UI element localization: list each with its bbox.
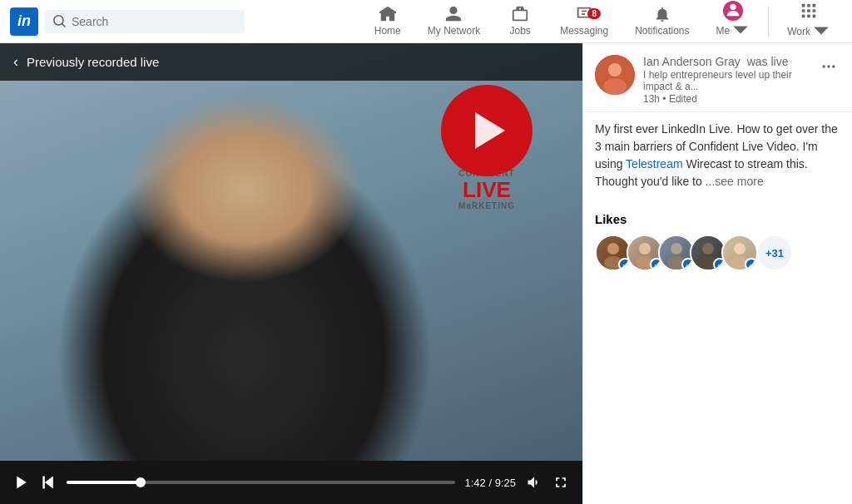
progress-thumb [136, 477, 146, 487]
video-content[interactable]: CONFIDENT LIVE MaRKETING [0, 43, 582, 461]
post-author: Ian Anderson Gray was live [643, 55, 817, 68]
likes-avatars: +31 [595, 235, 840, 271]
top-navigation: in Home My Network Jobs 8 Messagin [0, 0, 852, 43]
search-bar[interactable] [45, 10, 245, 33]
video-title: Previously recorded live [27, 55, 159, 69]
post-more-button[interactable] [817, 55, 840, 82]
notifications-icon [653, 5, 671, 23]
svg-rect-12 [42, 477, 45, 489]
work-grid-icon [800, 2, 818, 20]
volume-button[interactable] [526, 474, 542, 491]
nav-item-messaging[interactable]: 8 Messaging [548, 0, 620, 43]
video-thumbnail: CONFIDENT LIVE MaRKETING [0, 43, 582, 461]
fullscreen-button[interactable] [552, 474, 569, 491]
svg-point-19 [607, 243, 619, 254]
svg-point-0 [730, 3, 736, 9]
nav-item-home[interactable]: Home [363, 0, 413, 43]
home-icon [379, 5, 397, 23]
svg-rect-8 [807, 14, 810, 17]
right-panel: Ian Anderson Gray was live I help entrep… [582, 43, 852, 504]
clm-circle [441, 85, 532, 176]
see-more-button[interactable]: ...see more [706, 175, 764, 188]
video-header: ‹ Previously recorded live [0, 43, 582, 81]
me-chevron-icon [731, 21, 750, 39]
nav-item-jobs[interactable]: Jobs [495, 0, 545, 43]
svg-rect-5 [807, 9, 810, 12]
linkedin-logo[interactable]: in [10, 7, 38, 36]
svg-rect-9 [813, 14, 816, 17]
play-button[interactable] [13, 474, 30, 491]
avatar [723, 1, 743, 21]
clm-play-icon [475, 112, 505, 149]
time-display: 1:42 / 9:25 [465, 477, 516, 489]
back-button[interactable]: ‹ [13, 53, 18, 71]
svg-marker-10 [17, 477, 27, 489]
svg-point-21 [639, 243, 651, 254]
search-input[interactable] [72, 15, 236, 28]
svg-point-25 [702, 243, 714, 254]
svg-rect-3 [813, 3, 816, 7]
nav-items: Home My Network Jobs 8 Messaging Notific… [363, 0, 842, 47]
nav-item-me[interactable]: Me [705, 0, 762, 47]
work-chevron-icon [812, 22, 830, 40]
svg-rect-6 [813, 9, 816, 12]
jobs-icon [511, 5, 529, 23]
progress-bar[interactable] [67, 481, 455, 484]
post-time: 13h • Edited [643, 93, 817, 105]
svg-point-16 [823, 65, 825, 67]
nav-item-network[interactable]: My Network [416, 0, 492, 43]
post-meta: Ian Anderson Gray was live I help entrep… [643, 55, 817, 105]
post-body: My first ever LinkedIn Live. How to get … [583, 112, 852, 202]
svg-point-23 [671, 243, 682, 254]
svg-point-15 [603, 78, 627, 95]
search-icon [53, 15, 67, 28]
post-avatar [595, 55, 635, 95]
nav-divider [768, 7, 769, 37]
likes-count[interactable]: +31 [756, 235, 793, 271]
svg-marker-11 [45, 477, 53, 489]
main-layout: ‹ Previously recorded live CONFIDENT LIV… [0, 43, 852, 504]
svg-rect-1 [802, 3, 805, 7]
messaging-badge: 8 [587, 8, 601, 19]
nav-item-notifications[interactable]: Notifications [623, 0, 701, 43]
post-header: Ian Anderson Gray was live I help entrep… [583, 43, 852, 112]
network-icon [444, 5, 463, 23]
svg-rect-7 [802, 14, 805, 17]
progress-fill [67, 481, 141, 484]
svg-point-14 [608, 63, 622, 77]
likes-title: Likes [595, 212, 840, 226]
svg-point-18 [832, 65, 835, 67]
post-link[interactable]: Telestream [626, 157, 682, 170]
nav-item-work[interactable]: Work [775, 0, 842, 47]
video-controls: 1:42 / 9:25 [0, 461, 582, 504]
svg-point-27 [734, 243, 746, 254]
like-avatar-5[interactable] [721, 235, 758, 271]
video-panel: ‹ Previously recorded live CONFIDENT LIV… [0, 43, 582, 504]
post-subtitle: I help entrepreneurs level up their impa… [643, 69, 817, 92]
svg-point-17 [827, 65, 830, 67]
clm-logo: CONFIDENT LIVE MaRKETING [441, 85, 532, 211]
likes-section: Likes [583, 202, 852, 281]
skip-back-button[interactable] [40, 474, 57, 491]
svg-rect-2 [807, 3, 810, 7]
svg-rect-4 [802, 9, 805, 12]
like-badge-5 [745, 258, 758, 271]
